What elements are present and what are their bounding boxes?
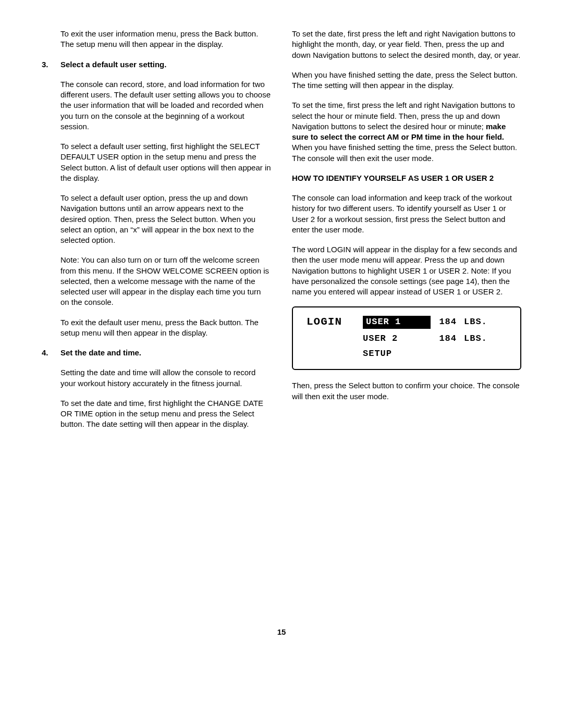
date-para-2: When you have finished setting the date,…: [292, 70, 521, 91]
item-4-para-2: To set the date and time, first highligh…: [60, 398, 271, 430]
exit-user-info-text: To exit the user information menu, press…: [60, 29, 271, 50]
lcd-user-1-unit: LBS.: [464, 316, 487, 328]
item-3-para-4: Note: You can also turn on or turn off t…: [60, 255, 271, 307]
lcd-login-label: LOGIN: [307, 315, 348, 329]
lcd-user-2-value: 184: [431, 333, 457, 345]
item-3: 3. Select a default user setting. The co…: [42, 59, 271, 339]
date-para-1: To set the date, first press the left an…: [292, 29, 521, 60]
identify-para-1: The console can load information and kee…: [292, 193, 521, 235]
left-column: To exit the user information menu, press…: [42, 29, 271, 439]
lcd-user-2-unit: LBS.: [464, 333, 487, 345]
right-column: To set the date, first press the left an…: [292, 29, 521, 439]
lcd-row-3: SETUP: [307, 348, 507, 360]
item-3-number: 3.: [42, 59, 48, 70]
item-3-heading: Select a default user setting.: [60, 59, 271, 70]
identify-para-3: Then, press the Select button to confirm…: [292, 380, 521, 402]
exit-user-info-block: To exit the user information menu, press…: [42, 29, 271, 50]
lcd-row-2: USER 2 184 LBS.: [307, 333, 507, 345]
time-para-1b: When you have finished setting the time,…: [292, 143, 517, 162]
lcd-user-1: USER 1: [363, 316, 431, 329]
page-number: 15: [42, 627, 521, 637]
lcd-user-1-value: 184: [431, 316, 457, 328]
item-4-para-1: Setting the date and time will allow the…: [60, 367, 271, 389]
lcd-display: LOGIN USER 1 184 LBS. USER 2 184 LBS. SE…: [292, 306, 521, 370]
item-4-heading: Set the date and time.: [60, 348, 271, 358]
item-3-para-2: To select a default user setting, first …: [60, 141, 271, 183]
item-4-number: 4.: [42, 348, 48, 358]
item-3-para-1: The console can record, store, and load …: [60, 79, 271, 132]
identify-user-heading: HOW TO IDENTIFY YOURSELF AS USER 1 OR US…: [292, 173, 521, 183]
lcd-user-2: USER 2: [363, 333, 431, 345]
lcd-setup: SETUP: [363, 348, 431, 360]
lcd-row-1: LOGIN USER 1 184 LBS.: [307, 315, 507, 329]
identify-para-2: The word LOGIN will appear in the displa…: [292, 244, 521, 297]
time-para-1a: To set the time, first press the left an…: [292, 101, 515, 131]
time-para-1: To set the time, first press the left an…: [292, 100, 521, 164]
item-3-para-5: To exit the default user menu, press the…: [60, 317, 271, 339]
lcd-user-1-highlight: USER 1: [363, 316, 431, 329]
two-column-layout: To exit the user information menu, press…: [42, 29, 521, 439]
item-4: 4. Set the date and time. Setting the da…: [42, 348, 271, 430]
item-3-para-3: To select a default user option, press t…: [60, 193, 271, 245]
